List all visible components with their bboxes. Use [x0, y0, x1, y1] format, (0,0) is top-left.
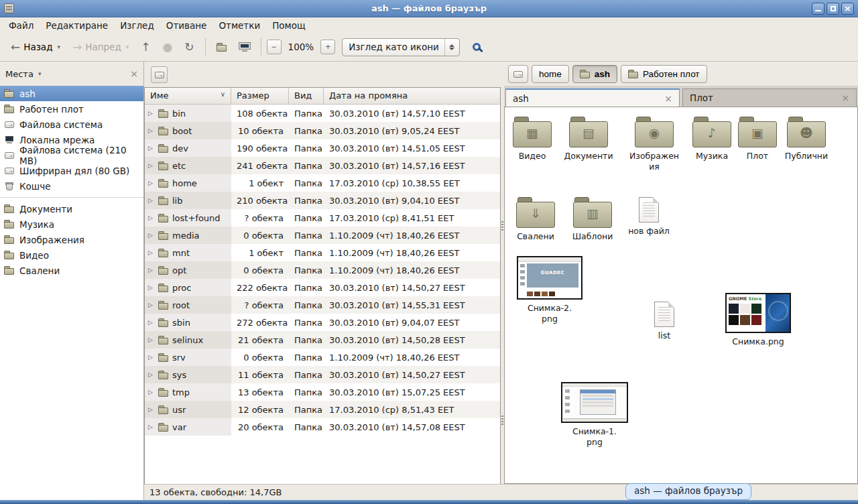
home-button[interactable] [211, 40, 233, 55]
expander-icon[interactable]: ▷ [148, 371, 155, 378]
table-row[interactable]: ▷proc222 обектаПапка30.03.2010 (вт) 14,5… [145, 279, 500, 296]
expander-icon[interactable]: ▷ [148, 232, 155, 239]
path-button-home[interactable]: home [532, 65, 569, 83]
path-button-Работен плот[interactable]: Работен плот [621, 65, 707, 83]
sidebar-close-icon[interactable]: × [130, 68, 138, 79]
forward-dropdown-icon[interactable]: ▾ [126, 44, 129, 50]
computer-button[interactable] [234, 40, 255, 55]
menu-item[interactable]: Файл [3, 19, 40, 32]
sidebar-item[interactable]: Музика [0, 216, 143, 232]
sidebar-item[interactable]: Видео [0, 247, 143, 263]
sidebar-item[interactable]: Файлова система (210 MB) [0, 147, 143, 163]
file-icon-music[interactable]: ♪Музика [685, 117, 739, 162]
file-icon-plot[interactable]: ▣Плот [733, 117, 782, 162]
zoom-out-button[interactable]: − [267, 40, 282, 54]
table-row[interactable]: ▷mnt1 обектПапка1.10.2009 (чт) 18,40,26 … [145, 244, 500, 261]
expander-icon[interactable]: ▷ [148, 127, 155, 134]
menu-item[interactable]: Редактиране [40, 19, 114, 32]
table-row[interactable]: ▷sbin272 обектаПапка30.03.2010 (вт) 9,04… [145, 314, 500, 331]
reload-button[interactable]: ↻ [179, 38, 199, 56]
table-row[interactable]: ▷etc241 обектаПапка30.03.2010 (вт) 14,57… [145, 157, 500, 174]
column-header-name[interactable]: Име∨ [145, 88, 231, 105]
expander-icon[interactable]: ▷ [148, 110, 155, 117]
file-icon-public[interactable]: ☻Публични [777, 117, 836, 162]
menu-item[interactable]: Отметки [212, 19, 266, 32]
sidebar-item[interactable]: ash [0, 86, 143, 101]
sidebar-item[interactable]: Свалени [0, 263, 143, 278]
column-header-size[interactable]: Размер [231, 88, 289, 105]
tab-close-icon[interactable]: × [664, 93, 672, 104]
file-icon-pics[interactable]: ◉Изображен ия [623, 117, 685, 172]
table-row[interactable]: ▷dev190 обектаПапка30.03.2010 (вт) 14,51… [145, 139, 500, 157]
sidebar-item[interactable]: Работен плот [0, 101, 143, 117]
file-icon-snimka1[interactable]: Снимка-1. png [554, 382, 635, 447]
table-row[interactable]: ▷tmp13 обектаПапка30.03.2010 (вт) 15,07,… [145, 383, 500, 401]
expander-icon[interactable]: ▷ [148, 424, 155, 430]
table-row[interactable]: ▷usr12 обектаПапка17.03.2010 (ср) 8,51,4… [145, 401, 500, 418]
tab-close-icon[interactable]: × [841, 92, 849, 103]
forward-button[interactable]: →Напред▾ [67, 38, 134, 56]
expander-icon[interactable]: ▷ [148, 180, 155, 186]
back-button[interactable]: ←Назад▾ [5, 38, 66, 56]
zoom-in-button[interactable]: + [320, 40, 335, 54]
expander-icon[interactable]: ▷ [148, 319, 155, 326]
search-button[interactable] [468, 38, 485, 56]
expander-icon[interactable]: ▷ [148, 284, 155, 291]
expander-icon[interactable]: ▷ [148, 406, 155, 413]
file-icon-snimka2[interactable]: GUADECСнимка-2. png [517, 256, 583, 324]
tab-ash[interactable]: ash× [505, 88, 680, 107]
expander-icon[interactable]: ▷ [148, 214, 155, 221]
table-row[interactable]: ▷var20 обектаПапка30.03.2010 (вт) 14,57,… [145, 418, 500, 436]
expander-icon[interactable]: ▷ [148, 389, 155, 395]
table-row[interactable]: ▷sys11 обектаПапка30.03.2010 (вт) 14,50,… [145, 366, 500, 383]
expander-icon[interactable]: ▷ [148, 267, 155, 273]
expander-icon[interactable]: ▷ [148, 302, 155, 308]
menu-item[interactable]: Отиване [160, 19, 213, 32]
taskbar-window-button[interactable]: ash — файлов браузър [625, 483, 751, 500]
expander-icon[interactable]: ▷ [148, 162, 155, 169]
expander-icon[interactable]: ▷ [148, 249, 155, 256]
close-button[interactable]: × [841, 3, 854, 15]
up-button[interactable]: ↑ [135, 38, 156, 56]
minimize-button[interactable] [812, 3, 824, 15]
table-row[interactable]: ▷media0 обектаПапка1.10.2009 (чт) 18,40,… [145, 227, 500, 244]
file-icon-newfile[interactable]: нов файл [622, 197, 676, 237]
expander-icon[interactable]: ▷ [148, 336, 155, 343]
file-icon-snimka[interactable]: GNOME StoreСнимка.png [719, 293, 797, 347]
sidebar-dropdown-icon[interactable]: ▾ [38, 70, 42, 77]
file-icon-list[interactable]: list [644, 302, 684, 341]
menu-item[interactable]: Помощ [266, 19, 312, 32]
sidebar-title[interactable]: Места [5, 69, 34, 79]
table-row[interactable]: ▷bin108 обектаПапка30.03.2010 (вт) 14,57… [145, 105, 500, 122]
file-icon-docs[interactable]: ▤Документи [556, 117, 621, 162]
table-row[interactable]: ▷opt0 обектаПапка1.10.2009 (чт) 18,40,26… [145, 261, 500, 279]
file-icon-templ[interactable]: ▥Шаблони [566, 197, 619, 242]
file-icon-down[interactable]: ⇓Свалени [509, 197, 562, 242]
sidebar-item[interactable]: Документи [0, 201, 143, 216]
table-row[interactable]: ▷home1 обектПапка17.03.2010 (ср) 10,38,5… [145, 174, 500, 192]
file-icon-video[interactable]: ▦Видео [505, 117, 559, 162]
column-header-date[interactable]: Дата на промяна [324, 88, 500, 105]
sidebar-item[interactable]: Шифриран дял (80 GB) [0, 163, 143, 178]
table-row[interactable]: ▷root? обектаПапка30.03.2010 (вт) 14,55,… [145, 296, 500, 314]
maximize-button[interactable] [826, 3, 839, 15]
sidebar-item[interactable]: Кошче [0, 178, 143, 194]
sidebar-item[interactable]: Изображения [0, 232, 143, 247]
expander-icon[interactable]: ▷ [148, 354, 155, 361]
sort-chevron-icon[interactable]: ∨ [221, 90, 225, 104]
sidebar-item[interactable]: Файлова система [0, 117, 143, 132]
table-row[interactable]: ▷lost+found? обектаПапка17.03.2010 (ср) … [145, 209, 500, 227]
view-mode-select[interactable]: Изглед като икони [342, 38, 460, 56]
table-row[interactable]: ▷srv0 обектаПапка1.10.2009 (чт) 18,40,26… [145, 349, 500, 366]
table-row[interactable]: ▷boot10 обектаПапка30.03.2010 (вт) 9,05,… [145, 122, 500, 139]
column-header-type[interactable]: Вид [289, 88, 324, 105]
back-dropdown-icon[interactable]: ▾ [57, 44, 60, 50]
expander-icon[interactable]: ▷ [148, 145, 155, 151]
tab-Плот[interactable]: Плот× [682, 88, 857, 107]
root-drive-button[interactable] [151, 66, 168, 83]
stop-button[interactable]: ● [158, 38, 178, 56]
path-button-ash[interactable]: ash [572, 65, 617, 83]
table-row[interactable]: ▷lib210 обектаПапка30.03.2010 (вт) 9,04,… [145, 192, 500, 209]
expander-icon[interactable]: ▷ [148, 197, 155, 204]
table-row[interactable]: ▷selinux21 обектаПапка30.03.2010 (вт) 14… [145, 331, 500, 349]
